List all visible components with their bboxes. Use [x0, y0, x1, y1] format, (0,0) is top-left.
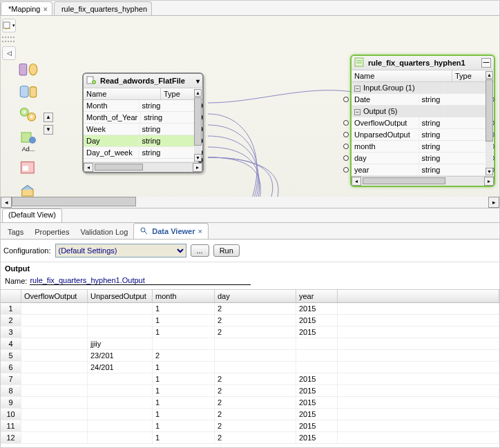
target-node[interactable]: rule_fix_quarters_hyphen1 — Name Type −I…: [350, 55, 495, 187]
table-row[interactable]: 10 1 2 2015: [1, 409, 499, 420]
name-input[interactable]: [30, 276, 251, 285]
table-row[interactable]: 9 1 2 2015: [1, 397, 499, 409]
input-port[interactable]: [343, 144, 349, 149]
col-header-empty: [338, 290, 499, 302]
field-name: Day: [84, 135, 140, 146]
minimize-icon[interactable]: —: [481, 58, 491, 68]
source-field-row[interactable]: [84, 159, 195, 162]
input-port[interactable]: [343, 97, 349, 102]
target-node-title[interactable]: rule_fix_quarters_hyphen1 —: [352, 56, 494, 70]
target-field-row[interactable]: daystring: [352, 153, 486, 164]
row-number: 5: [1, 350, 21, 361]
close-icon[interactable]: ×: [43, 5, 47, 13]
group-row[interactable]: −Input.Group (1): [352, 82, 486, 94]
source-vscroll[interactable]: ▲▼: [194, 89, 202, 162]
cell: [21, 315, 88, 326]
view-tab-default[interactable]: (Default View): [2, 208, 62, 222]
table-row[interactable]: 2 1 2 2015: [1, 315, 499, 327]
table-row[interactable]: 8 1 2 2015: [1, 385, 499, 397]
row-number: 3: [1, 327, 21, 338]
tab-validation-log[interactable]: Validation Log: [75, 225, 133, 239]
canvas-hscroll[interactable]: ◂ ▸: [1, 197, 499, 208]
tab-tags[interactable]: Tags: [2, 225, 29, 239]
table-row[interactable]: 11 1 2 2015: [1, 420, 499, 432]
target-field-row[interactable]: Datestring: [352, 94, 486, 106]
col-header[interactable]: UnparsedOutput: [88, 290, 153, 302]
rownum-header[interactable]: [1, 290, 21, 302]
group-row[interactable]: −Output (5): [352, 106, 486, 117]
cell: 2015: [296, 385, 338, 396]
editor-tab-rule[interactable]: rule_fix_quarters_hyphen: [54, 1, 152, 15]
col-header[interactable]: month: [153, 290, 215, 302]
source-field-row[interactable]: Month_of_Yearstring: [84, 112, 195, 124]
cell: [88, 315, 153, 326]
scroll-left-button[interactable]: ◂: [1, 197, 12, 208]
field-type: string: [140, 100, 195, 111]
cell: [88, 385, 153, 396]
input-port[interactable]: [343, 155, 349, 161]
source-hscroll[interactable]: ◂▸: [84, 162, 202, 172]
col-header[interactable]: year: [296, 290, 338, 302]
browse-button[interactable]: ...: [191, 244, 209, 257]
table-row[interactable]: 1 1 2 2015: [1, 303, 499, 315]
field-type: string: [140, 135, 195, 146]
source-node-title-label: Read_adwords_FlatFile: [100, 77, 185, 85]
target-field-row[interactable]: monthstring: [352, 141, 486, 153]
cell: [21, 362, 88, 373]
target-field-row[interactable]: OverflowOutputstring: [352, 117, 486, 129]
field-name: Date: [352, 94, 419, 105]
table-row[interactable]: 12 1 2 2015: [1, 432, 499, 444]
row-number: 9: [1, 397, 21, 408]
row-number: 12: [1, 432, 21, 443]
col-header[interactable]: day: [215, 290, 296, 302]
collapse-icon[interactable]: −: [354, 86, 360, 92]
cell: [296, 362, 338, 373]
table-row[interactable]: 3 1 2 2015: [1, 327, 499, 338]
target-field-row[interactable]: yearstring: [352, 164, 486, 176]
source-node-title[interactable]: Read_adwords_FlatFile ▾: [84, 74, 202, 88]
target-field-row[interactable]: UnparsedOutputstring: [352, 129, 486, 141]
cell: [296, 338, 338, 349]
input-port[interactable]: [343, 132, 349, 137]
cell: 2: [153, 350, 215, 361]
cell: 23/201: [88, 350, 153, 361]
target-vscroll[interactable]: ▲▼: [485, 71, 493, 175]
run-button[interactable]: Run: [213, 244, 240, 257]
collapse-icon[interactable]: ▾: [196, 77, 200, 85]
table-row[interactable]: 4 jjiiy: [1, 338, 499, 350]
col-header-name[interactable]: Name: [84, 88, 161, 99]
source-field-row[interactable]: Daystring: [84, 135, 195, 147]
field-name: Week: [84, 124, 140, 135]
table-row[interactable]: 5 23/201 2: [1, 350, 499, 362]
cell-empty: [338, 338, 499, 349]
cell: [21, 409, 88, 420]
close-icon[interactable]: ×: [198, 227, 202, 235]
scroll-right-button[interactable]: ▸: [488, 197, 499, 208]
collapse-icon[interactable]: −: [354, 109, 360, 115]
input-port[interactable]: [343, 120, 349, 126]
table-row[interactable]: 6 24/201 1: [1, 362, 499, 373]
scroll-thumb[interactable]: [12, 197, 136, 206]
input-port[interactable]: [343, 167, 349, 173]
cell: 1: [153, 385, 215, 396]
row-number: 7: [1, 373, 21, 384]
source-node[interactable]: Read_adwords_FlatFile ▾ Name Type Months…: [82, 72, 204, 173]
config-select[interactable]: (Default Settings): [55, 244, 186, 257]
cell-empty: [338, 315, 499, 326]
source-field-row[interactable]: Monthstring: [84, 100, 195, 112]
tab-data-viewer[interactable]: Data Viewer ×: [133, 223, 209, 239]
source-field-row[interactable]: Day_of_weekstring: [84, 147, 195, 159]
cell: 2015: [296, 373, 338, 384]
tab-properties[interactable]: Properties: [29, 225, 75, 239]
editor-tab-mapping[interactable]: *Mapping ×: [1, 1, 52, 15]
col-header[interactable]: OverflowOutput: [21, 290, 88, 302]
name-row: Name:: [1, 275, 499, 289]
cell: 2: [215, 303, 296, 314]
cell: [88, 397, 153, 408]
source-field-row[interactable]: Weekstring: [84, 124, 195, 135]
target-hscroll[interactable]: ◂▸: [352, 176, 494, 186]
col-header-name[interactable]: Name: [352, 70, 452, 81]
cell-empty: [338, 397, 499, 408]
table-row[interactable]: 7 1 2 2015: [1, 373, 499, 385]
mapping-canvas[interactable]: ▾ ◁ Ad... ▲ ▼ Read_adwords_FlatFile ▾ Na…: [1, 16, 499, 208]
